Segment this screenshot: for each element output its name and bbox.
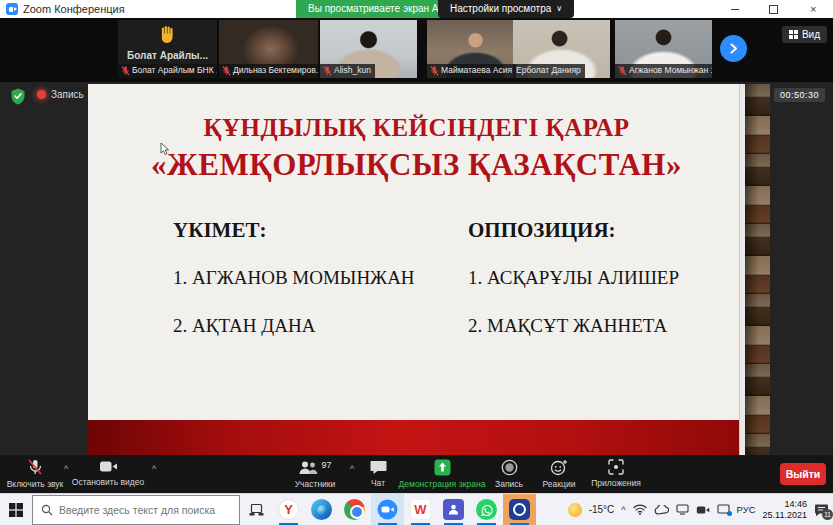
recording-indicator[interactable]: Запись (37, 89, 84, 100)
muted-mic-icon (323, 66, 332, 76)
search-icon (41, 504, 53, 516)
notification-center-button[interactable]: 11 (814, 503, 829, 517)
taskbar-app-teams[interactable] (437, 494, 470, 525)
chrome-icon (344, 499, 365, 520)
taskbar-app-zoom[interactable] (371, 494, 404, 525)
search-input[interactable] (59, 504, 224, 516)
zoom-icon (377, 499, 398, 520)
notification-count-badge: 11 (822, 509, 833, 520)
record-button[interactable]: Запись (484, 459, 534, 489)
wps-office-icon: W (410, 499, 431, 520)
share-screen-icon (434, 459, 451, 476)
grid-view-icon (789, 30, 798, 39)
muted-mic-icon (430, 66, 439, 76)
meeting-timer: 00:50:30 (774, 88, 825, 102)
hidden-icons-chevron[interactable]: ^ (621, 505, 625, 515)
tray-display-share-icon[interactable] (717, 504, 730, 515)
shared-screen-area: Запись 00:50:30 ҚҰНДЫЛЫҚ КЕЙСІНДЕГІ ҚАРА… (0, 82, 833, 455)
close-button[interactable]: × (804, 0, 822, 18)
zoom-window: Zoom Конференция Вы просматриваете экран… (0, 0, 833, 525)
stop-video-button[interactable]: Остановить видео (66, 459, 150, 487)
participant-tile-alish-kun[interactable]: Alish_kun (320, 20, 417, 78)
participants-icon (298, 460, 318, 476)
participant-tile-bolat[interactable]: Болат Арайлы... Болат Арайлым БНК ... (118, 20, 217, 78)
start-button[interactable] (0, 494, 32, 525)
participants-count: 97 (321, 460, 331, 470)
video-options-chevron[interactable]: ^ (152, 464, 156, 474)
slide-list-item: 1. АГЖАНОВ МОМЫНЖАН (173, 267, 415, 289)
participant-filmstrip: Болат Арайлы... Болат Арайлым БНК ... Ди… (0, 18, 833, 82)
wifi-icon[interactable] (633, 504, 647, 515)
participant-name: Дильназ Бектемиров... (233, 65, 318, 76)
edge-icon (311, 499, 332, 520)
video-camera-icon (99, 459, 118, 474)
taskbar-app-flashing[interactable] (503, 494, 536, 525)
muted-mic-icon (121, 66, 130, 76)
presentation-slide: ҚҰНДЫЛЫҚ КЕЙСІНДЕГІ ҚАРАР «ЖЕМҚОРЛЫҚСЫЗ … (88, 84, 745, 455)
view-layout-button[interactable]: Вид (782, 26, 827, 43)
windows-logo-icon (9, 503, 23, 517)
maximize-button[interactable] (765, 0, 783, 18)
apps-button[interactable]: Приложения (586, 459, 646, 488)
participant-tile-dilnaz[interactable]: Дильназ Бектемиров... (219, 20, 318, 78)
participant-name: Alish_kun (334, 65, 371, 76)
slide-column-opposition: ОППОЗИЦИЯ: 1. АСҚАРҰЛЫ АЛИШЕР 2. МАҚСҰТ … (468, 218, 679, 363)
participants-chevron[interactable]: ^ (350, 464, 354, 474)
unmute-button[interactable]: Включить звук (6, 459, 64, 489)
mouse-cursor (160, 142, 170, 156)
security-shield-icon[interactable] (10, 88, 26, 105)
whatsapp-icon (476, 499, 497, 520)
slide-list-item: 2. МАҚСҰТ ЖАННЕТА (468, 315, 679, 337)
leave-meeting-button[interactable]: Выйти (780, 463, 826, 485)
chevron-down-icon: ∨ (556, 0, 562, 18)
participant-name: Ерболат Данияр (516, 65, 581, 76)
slide-red-band (88, 420, 739, 455)
participant-tile-yerbolat[interactable]: Ерболат Данияр (513, 20, 610, 78)
apps-icon (608, 459, 624, 475)
muted-mic-icon (222, 66, 231, 76)
taskbar-app-edge[interactable] (305, 494, 338, 525)
clock-date: 25.11.2021 (763, 510, 807, 521)
language-indicator[interactable]: РУС (737, 504, 756, 515)
taskbar-clock[interactable]: 14:46 25.11.2021 (763, 499, 807, 521)
next-participants-button[interactable] (720, 35, 747, 62)
onedrive-cloud-icon[interactable] (654, 505, 669, 515)
taskbar-app-chrome[interactable] (338, 494, 371, 525)
slide-list-item: 1. АСҚАРҰЛЫ АЛИШЕР (468, 267, 679, 289)
task-view-icon (249, 503, 264, 516)
tray-camera-icon[interactable] (696, 505, 710, 515)
tray-device-icon[interactable] (676, 504, 689, 515)
taskbar-app-whatsapp[interactable] (470, 494, 503, 525)
participants-button[interactable]: 97 Участники (279, 459, 351, 489)
weather-temperature[interactable]: -15°C (589, 504, 615, 515)
slide-title: ҚҰНДЫЛЫҚ КЕЙСІНДЕГІ ҚАРАР «ЖЕМҚОРЛЫҚСЫЗ … (88, 114, 745, 183)
muted-mic-icon (27, 459, 43, 476)
flashing-app-icon (509, 499, 530, 520)
reactions-button[interactable]: Реакции (534, 459, 584, 489)
participant-name: Болат Арайлым БНК ... (132, 65, 217, 76)
participant-overlay-name: Болат Арайлы... (118, 50, 217, 61)
participant-name: Агжанов Момынжан 1т... (629, 65, 712, 76)
participant-tile-maimatayeva[interactable]: Майматаева Асия (427, 20, 524, 78)
slide-list-item: 2. АҚТАН ДАНА (173, 315, 415, 337)
clock-time: 14:46 (763, 499, 807, 510)
recording-dot-icon (37, 90, 46, 99)
participant-tile-agzhanov[interactable]: Агжанов Момынжан 1т... (615, 20, 712, 78)
zoom-toolbar: Включить звук ^ Остановить видео ^ 97 Уч… (0, 455, 833, 493)
zoom-app-icon (6, 3, 18, 15)
minimize-button[interactable] (726, 0, 744, 18)
taskbar-search[interactable] (32, 495, 240, 525)
taskbar-app-wps[interactable]: W (404, 494, 437, 525)
participant-name: Майматаева Асия (441, 65, 512, 76)
taskbar-app-yandex-browser[interactable]: Y (272, 494, 305, 525)
yandex-browser-icon: Y (278, 499, 299, 520)
view-settings-dropdown[interactable]: Настройки просмотра ∨ (438, 0, 574, 18)
system-tray: -15°C ^ РУС (568, 499, 833, 521)
record-icon (501, 459, 518, 476)
task-view-button[interactable] (240, 494, 272, 525)
share-screen-button[interactable]: Демонстрация экрана (388, 459, 496, 489)
window-title: Zoom Конференция (23, 3, 125, 15)
desktop-wallpaper-strip (745, 84, 770, 455)
weather-sun-icon[interactable] (568, 503, 582, 517)
windows-taskbar: Y W (0, 493, 833, 525)
